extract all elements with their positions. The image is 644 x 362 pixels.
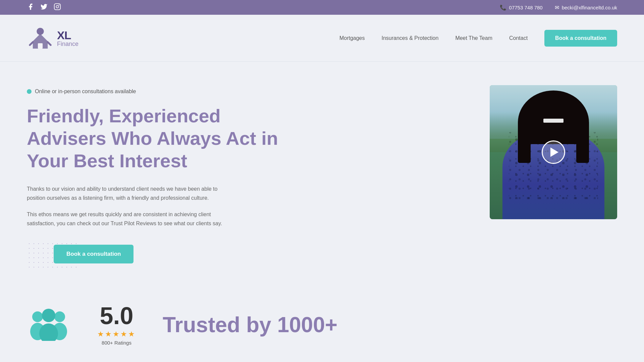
svg-point-9	[54, 311, 65, 322]
facebook-icon[interactable]	[27, 3, 34, 12]
hero-cta-area: Book a consultation	[27, 245, 288, 263]
hero-desc2: This ethos means we get results quickly …	[27, 210, 235, 228]
social-links	[27, 3, 61, 12]
logo-subtitle: Finance	[57, 41, 78, 48]
svg-line-5	[48, 42, 51, 45]
hero-title: Friendly, Experienced Advisers Who Alway…	[27, 105, 288, 172]
phone-icon: 📞	[500, 4, 506, 11]
email-address: becki@xlfinanceltd.co.uk	[562, 5, 617, 10]
phone-contact[interactable]: 📞 07753 748 780	[500, 4, 543, 11]
nav-insurances[interactable]: Insurances & Protection	[382, 35, 439, 41]
email-contact[interactable]: ✉ becki@xlfinanceltd.co.uk	[555, 4, 617, 11]
badge-dot	[27, 89, 32, 94]
stats-section: 5.0 ★★★★★ 800+ Ratings Trusted by 1000+	[0, 290, 644, 362]
hero-badge: Online or in-person consultations availa…	[27, 88, 288, 95]
rating-stat: 5.0 ★★★★★ 800+ Ratings	[97, 304, 136, 346]
svg-point-2	[59, 5, 60, 6]
svg-point-1	[56, 5, 58, 8]
phone-number: 07753 748 780	[509, 5, 543, 10]
play-triangle-icon	[550, 147, 558, 157]
hero-desc1: Thanks to our vision and ability to unde…	[27, 184, 235, 202]
logo[interactable]: XL Finance	[27, 25, 78, 52]
svg-rect-0	[54, 4, 60, 10]
hero-section: Online or in-person consultations availa…	[0, 62, 644, 290]
top-bar: 📞 07753 748 780 ✉ becki@xlfinanceltd.co.…	[0, 0, 644, 15]
badge-text: Online or in-person consultations availa…	[35, 88, 136, 95]
nav-team[interactable]: Meet The Team	[455, 35, 492, 41]
svg-line-4	[30, 42, 33, 45]
logo-name: XL	[57, 29, 71, 42]
twitter-icon[interactable]	[40, 3, 48, 12]
svg-point-11	[42, 309, 55, 322]
rating-stars: ★★★★★	[97, 330, 136, 339]
nav-mortgages[interactable]: Mortgages	[339, 35, 365, 41]
people-icon-group	[27, 307, 70, 342]
main-nav: Mortgages Insurances & Protection Meet T…	[339, 30, 617, 47]
header: XL Finance Mortgages Insurances & Protec…	[0, 15, 644, 62]
email-icon: ✉	[555, 4, 559, 11]
header-cta-button[interactable]: Book a consultation	[544, 30, 617, 47]
nav-contact[interactable]: Contact	[509, 35, 528, 41]
trusted-stat: Trusted by 1000+	[163, 313, 617, 337]
ratings-label: 800+ Ratings	[97, 340, 136, 346]
hero-cta-button[interactable]: Book a consultation	[54, 245, 133, 263]
video-thumbnail[interactable]	[490, 85, 617, 219]
hero-content: Online or in-person consultations availa…	[27, 82, 288, 263]
svg-point-7	[32, 311, 43, 322]
svg-rect-6	[38, 43, 43, 49]
top-bar-contact: 📞 07753 748 780 ✉ becki@xlfinanceltd.co.…	[500, 4, 617, 11]
play-button[interactable]	[542, 140, 565, 164]
rating-number: 5.0	[97, 304, 136, 328]
hero-video	[490, 85, 617, 219]
instagram-icon[interactable]	[54, 3, 61, 12]
